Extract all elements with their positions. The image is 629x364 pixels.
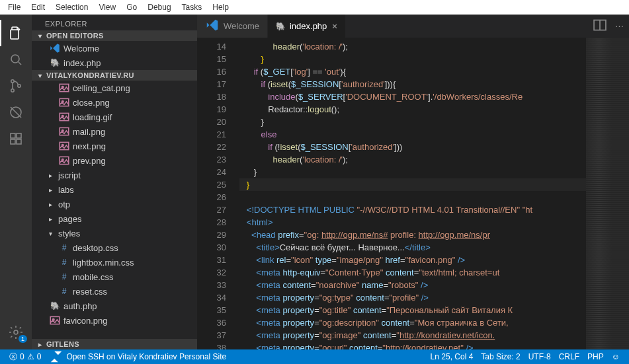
menu-edit[interactable]: Edit: [26, 1, 50, 13]
file-label: loading.gif: [73, 112, 112, 122]
code-line[interactable]: [239, 191, 586, 203]
code-line[interactable]: <meta content="noarchive" name="robots" …: [239, 279, 586, 291]
file-item[interactable]: #lightbox.min.css: [32, 255, 197, 270]
line-gutter: 1415161718192021222324252627282930313233…: [197, 38, 235, 349]
status-eol[interactable]: CRLF: [555, 352, 583, 361]
menu-go[interactable]: Go: [121, 1, 142, 13]
status-encoding[interactable]: UTF-8: [524, 352, 555, 361]
code-line[interactable]: else: [239, 128, 586, 141]
file-item[interactable]: celling_cat.png: [32, 81, 197, 95]
svg-rect-6: [11, 133, 15, 138]
php-icon: 🐘: [49, 301, 61, 310]
file-label: close.png: [73, 98, 110, 108]
code-line[interactable]: <meta property="og:description" content=…: [239, 316, 586, 329]
svg-point-3: [11, 89, 14, 92]
file-item[interactable]: mail.png: [32, 124, 197, 139]
file-item[interactable]: prev.png: [32, 153, 197, 168]
svg-rect-9: [17, 133, 21, 138]
status-tabsize[interactable]: Tab Size: 2: [477, 352, 524, 361]
code-line[interactable]: if (isset($_SESSION['authorized'])){: [239, 78, 586, 91]
chevron-right-icon: ▸: [49, 215, 57, 223]
sidebar: EXPLORER ▾OPEN EDITORS Welcome🐘index.php…: [32, 15, 197, 349]
status-lncol[interactable]: Ln 25, Col 4: [427, 352, 478, 361]
css-icon: #: [58, 243, 70, 252]
open-editor-item[interactable]: 🐘index.php: [32, 55, 197, 70]
editor-area: Welcome🐘index.php× ⋯ 1415161718192021222…: [197, 15, 629, 349]
code-line[interactable]: <html>: [239, 216, 586, 229]
image-icon: [58, 95, 70, 110]
code-line[interactable]: Redactor::logout();: [239, 103, 586, 116]
file-item[interactable]: #desktop.css: [32, 240, 197, 255]
php-icon: 🐘: [276, 22, 286, 31]
activity-debug[interactable]: [0, 99, 32, 126]
status-errors[interactable]: ⓧ0⚠0: [5, 351, 45, 363]
minimap[interactable]: [586, 38, 629, 349]
split-editor-icon[interactable]: [593, 18, 607, 34]
file-item[interactable]: loading.gif: [32, 110, 197, 124]
status-feedback-icon[interactable]: ☺: [608, 352, 624, 361]
svg-point-10: [14, 330, 18, 334]
status-remote[interactable]: Open SSH on Vitaly Kondratiev Personal S…: [45, 349, 230, 364]
menu-file[interactable]: File: [3, 1, 26, 13]
code-line[interactable]: }: [239, 116, 586, 128]
editor-tab[interactable]: Welcome: [197, 15, 268, 38]
tab-label: Welcome: [224, 21, 259, 31]
file-item[interactable]: close.png: [32, 95, 197, 110]
code-editor[interactable]: header('location: /'); } if ($_GET['log'…: [235, 38, 586, 349]
file-label: desktop.css: [73, 243, 118, 253]
menu-debug[interactable]: Debug: [142, 1, 176, 13]
status-bar: ⓧ0⚠0 Open SSH on Vitaly Kondratiev Perso…: [0, 349, 629, 364]
more-actions-icon[interactable]: ⋯: [615, 21, 624, 31]
file-item[interactable]: next.png: [32, 139, 197, 153]
code-line[interactable]: <!DOCTYPE HTML PUBLIC "-//W3C//DTD HTML …: [239, 203, 586, 216]
code-line[interactable]: }: [239, 166, 586, 178]
file-item[interactable]: #mobile.css: [32, 270, 197, 284]
open-editor-item[interactable]: Welcome: [32, 41, 197, 55]
folder-item[interactable]: ▸otp: [32, 197, 197, 211]
menu-selection[interactable]: Selection: [50, 1, 93, 13]
code-line[interactable]: }: [239, 53, 586, 65]
activity-source-control[interactable]: [0, 73, 32, 99]
code-line[interactable]: <head prefix="og: http://ogp.me/ns# prof…: [239, 229, 586, 241]
open-editors-header[interactable]: ▾OPEN EDITORS: [32, 30, 197, 41]
close-icon[interactable]: ×: [332, 21, 337, 31]
activity-search[interactable]: [0, 46, 32, 73]
svg-point-2: [11, 80, 14, 83]
folder-item[interactable]: ▸jscript: [32, 168, 197, 182]
folder-item[interactable]: ▸pages: [32, 211, 197, 226]
code-line[interactable]: <link rel="icon" type="image/png" href="…: [239, 254, 586, 266]
code-line[interactable]: <title>Сейчас всё будет... Наверное...</…: [239, 241, 586, 254]
code-line[interactable]: }: [239, 178, 586, 191]
menu-help[interactable]: Help: [207, 1, 234, 13]
file-item[interactable]: 🐘auth.php: [32, 299, 197, 313]
code-line[interactable]: <meta http-equiv="Content-Type" content=…: [239, 266, 586, 279]
code-line[interactable]: header('location: /');: [239, 153, 586, 166]
code-line[interactable]: <meta property="og:image" content="http:…: [239, 329, 586, 342]
code-line[interactable]: if (!isset($_SESSION['authorized'])): [239, 141, 586, 153]
activity-extensions[interactable]: [0, 126, 32, 152]
gitlens-header[interactable]: ▸GITLENS: [32, 339, 197, 349]
code-line[interactable]: <meta property="og:title" content="Персо…: [239, 304, 586, 316]
css-icon: #: [58, 258, 70, 267]
activity-explorer[interactable]: [0, 20, 32, 46]
menu-tasks[interactable]: Tasks: [177, 1, 208, 13]
code-line[interactable]: <meta property="og:type" content="profil…: [239, 291, 586, 304]
menu-view[interactable]: View: [93, 1, 121, 13]
chevron-right-icon: ▸: [49, 201, 57, 208]
code-line[interactable]: if ($_GET['log'] == 'out'){: [239, 65, 586, 78]
status-lang[interactable]: PHP: [583, 352, 608, 361]
file-item[interactable]: #reset.css: [32, 284, 197, 299]
file-label: mail.png: [73, 127, 105, 137]
editor-tab[interactable]: 🐘index.php×: [268, 15, 346, 38]
activity-settings[interactable]: 1: [0, 319, 32, 346]
folder-item[interactable]: ▸labs: [32, 182, 197, 197]
activity-bar: 1: [0, 15, 32, 349]
file-item[interactable]: favicon.png: [32, 313, 197, 328]
file-label: styles: [58, 229, 80, 238]
code-line[interactable]: header('location: /');: [239, 40, 586, 53]
workspace-header[interactable]: ▾VITALYKONDRATIEV.RU: [32, 70, 197, 81]
code-line[interactable]: <meta property="og:url" content="http://…: [239, 342, 586, 349]
code-line[interactable]: include($_SERVER['DOCUMENT_ROOT'].'/dbWo…: [239, 91, 586, 103]
menu-bar: FileEditSelectionViewGoDebugTasksHelp: [0, 0, 629, 15]
folder-item[interactable]: ▾styles: [32, 226, 197, 240]
